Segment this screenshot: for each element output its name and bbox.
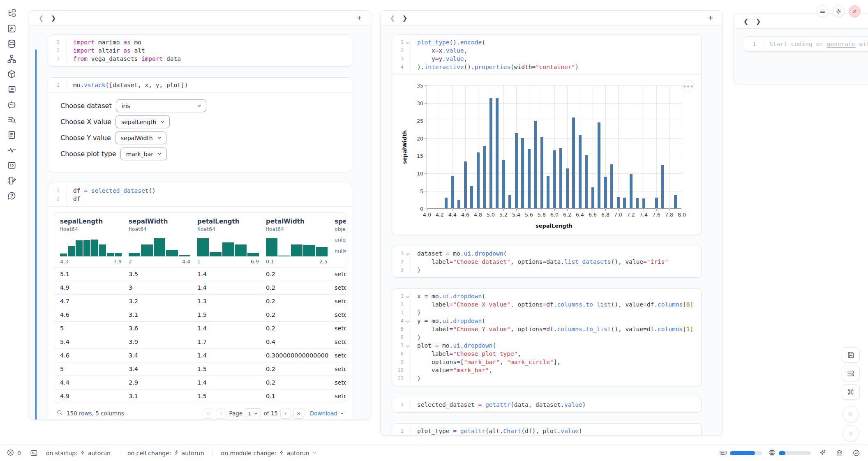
packages-icon[interactable] <box>3 67 20 82</box>
code-line[interactable]: 3) <box>392 266 701 274</box>
logs-icon[interactable] <box>3 82 20 97</box>
code-line[interactable]: 1x = mo.ui.dropdown( <box>392 292 701 300</box>
menu-icon[interactable] <box>817 5 829 17</box>
chart-bar[interactable] <box>585 155 588 208</box>
code-line[interactable]: 2import altair as alt <box>48 46 352 55</box>
column-next-icon[interactable]: ❯ <box>47 13 60 23</box>
fold-chevron-icon[interactable] <box>406 252 409 255</box>
chart-bar[interactable] <box>674 195 677 208</box>
code-line[interactable]: 8 label="Choose plot type", <box>392 350 701 358</box>
fold-chevron-icon[interactable] <box>406 41 409 44</box>
code-line[interactable]: 4).interactive().properties(width="conta… <box>392 63 701 71</box>
errors-indicator[interactable]: 0 <box>7 449 21 458</box>
fold-chevron-icon[interactable] <box>406 319 409 323</box>
code-line[interactable]: 1df = selected_dataset() <box>48 187 352 195</box>
column-header-sepalWidth[interactable]: sepalWidthfloat6424.4 <box>123 218 192 265</box>
y-value-dropdown[interactable]: sepalWidth <box>115 131 166 144</box>
column-histogram[interactable] <box>129 237 190 257</box>
chart-bar[interactable] <box>464 161 467 208</box>
column-prev-icon[interactable]: ❮ <box>35 13 47 23</box>
chart-bar[interactable] <box>604 177 607 208</box>
column-header-sepalLength[interactable]: sepalLengthfloat644.37.9 <box>54 218 123 265</box>
chart-bar[interactable] <box>445 198 448 208</box>
datasources-icon[interactable] <box>3 36 20 51</box>
table-row[interactable]: 5.43.91.70.4setosa <box>54 335 346 348</box>
chart-bar[interactable] <box>528 149 531 208</box>
column-next-icon[interactable]: ❯ <box>752 16 764 27</box>
chart-bar[interactable] <box>451 176 454 208</box>
chart-bar[interactable] <box>598 122 600 208</box>
code-line[interactable]: 2 label="Choose X value", options=df.col… <box>392 300 701 309</box>
table-row[interactable]: 5.13.51.40.2setosa <box>54 267 346 281</box>
code-line[interactable]: 1mo.vstack([dataset, x, y, plot]) <box>48 81 352 89</box>
chart-bar[interactable] <box>553 150 556 208</box>
code-line[interactable]: 1dataset = mo.ui.dropdown( <box>392 249 701 258</box>
file-explorer-icon[interactable] <box>3 6 20 21</box>
chatbot-icon[interactable] <box>834 445 845 461</box>
code-line[interactable]: 1import marimo as mo <box>48 38 352 46</box>
chart-bar[interactable] <box>534 121 537 208</box>
chart-bar[interactable] <box>572 118 575 208</box>
plot-type-cell[interactable]: 1plot_type = getattr(alt.Chart(df), plot… <box>392 423 702 436</box>
selected-dataset-cell[interactable]: 1selected_dataset = getattr(data, datase… <box>392 397 702 413</box>
save-icon[interactable] <box>842 347 860 363</box>
chart-bar[interactable] <box>489 98 492 208</box>
table-row[interactable]: 4.63.41.40.3000000000000004setosa <box>54 348 346 362</box>
keyboard-shortcuts-icon[interactable] <box>842 384 860 400</box>
chart-cell[interactable]: 1plot_type().encode(2 x=x.value,3 y=y.va… <box>392 35 702 235</box>
chart-bar[interactable] <box>559 148 562 208</box>
column-header-petalWidth[interactable]: petalWidthfloat640.12.5 <box>260 218 329 265</box>
table-row[interactable]: 4.63.11.50.2setosa <box>54 308 346 321</box>
column-header-species[interactable]: speciesobjectunique:nulls: <box>329 218 346 265</box>
table-row[interactable]: 53.41.50.2setosa <box>54 362 346 376</box>
code-line[interactable]: 7plot = mo.ui.dropdown( <box>392 341 701 350</box>
settings-gear-icon[interactable] <box>833 5 845 17</box>
table-row[interactable]: 4.931.40.2setosa <box>54 281 346 294</box>
chart-bar[interactable] <box>579 135 582 208</box>
terminal-icon[interactable] <box>30 449 38 457</box>
code-line[interactable]: 3from vega_datasets import data <box>48 55 352 63</box>
vstack-cell[interactable]: 1mo.vstack([dataset, x, y, plot]) Choose… <box>48 77 352 172</box>
download-button[interactable]: Download <box>310 410 344 417</box>
cell-editor-placeholder[interactable]: Start coding or generate with <box>763 40 868 48</box>
dataframe-cell[interactable]: 1df = selected_dataset()2df sepalLengthf… <box>48 183 352 420</box>
help-icon[interactable] <box>3 188 20 203</box>
table-row[interactable]: 53.61.40.2setosa <box>54 321 346 335</box>
chart-bar[interactable] <box>540 137 543 208</box>
documentation-icon[interactable] <box>3 127 20 143</box>
chart-bar[interactable] <box>508 195 511 208</box>
add-cell-icon[interactable]: + <box>353 14 365 22</box>
empty-cell[interactable]: 1 Start coding or generate with <box>744 36 868 52</box>
column-histogram[interactable] <box>60 237 122 257</box>
xy-plot-dropdown-cell[interactable]: 1x = mo.ui.dropdown(2 label="Choose X va… <box>392 288 702 386</box>
chart-bar[interactable] <box>655 198 658 208</box>
chart-bar[interactable] <box>477 152 480 208</box>
chart-bar[interactable] <box>547 176 549 208</box>
page-select[interactable]: 1 <box>245 408 261 418</box>
x-value-dropdown[interactable]: sepalLength <box>115 115 170 128</box>
chart-bar[interactable] <box>470 186 473 208</box>
chart-bar[interactable] <box>591 187 594 208</box>
code-line[interactable]: 2 x=x.value, <box>392 46 701 55</box>
code-line[interactable]: 11) <box>392 374 701 383</box>
code-line[interactable]: 3 y=y.value, <box>392 55 701 63</box>
ai-chat-icon[interactable] <box>3 97 20 112</box>
close-icon[interactable] <box>849 5 861 17</box>
fold-chevron-icon[interactable] <box>406 344 409 347</box>
dependency-graph-icon[interactable] <box>3 51 20 67</box>
dataset-dropdown-cell[interactable]: 1dataset = mo.ui.dropdown(2 label="Choos… <box>392 246 702 278</box>
chart-bar[interactable] <box>630 174 633 208</box>
column-prev-icon[interactable]: ❮ <box>740 16 752 27</box>
code-line[interactable]: 4y = mo.ui.dropdown( <box>392 317 701 325</box>
fold-chevron-icon[interactable] <box>406 295 409 298</box>
code-line[interactable]: 1selected_dataset = getattr(data, datase… <box>392 401 701 409</box>
code-line[interactable]: 5 label="Choose Y value", options=df.col… <box>392 325 701 333</box>
on-module-change-setting[interactable]: on module change: autorun <box>212 450 325 456</box>
layout-panels-icon[interactable] <box>842 366 860 381</box>
on-cell-change-setting[interactable]: on cell change: autorun <box>119 450 212 456</box>
run-icon[interactable] <box>843 425 859 442</box>
chart-bar[interactable] <box>502 160 505 208</box>
tracing-icon[interactable] <box>3 143 20 158</box>
code-line[interactable]: 2df <box>48 195 352 203</box>
chart-bar[interactable] <box>610 164 613 208</box>
